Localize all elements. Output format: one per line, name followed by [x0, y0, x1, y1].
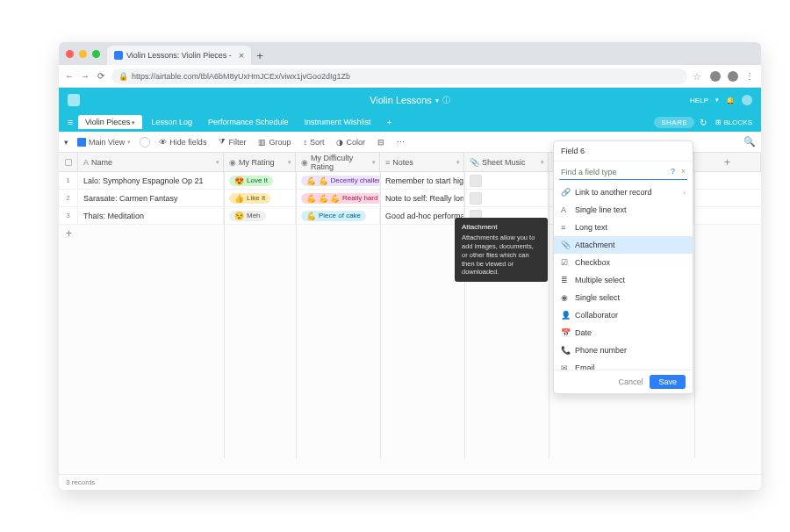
cell-difficulty[interactable]: 💪Piece of cake: [296, 207, 380, 224]
cell-rating[interactable]: 👍Like It: [224, 190, 296, 206]
field-type-icon: ✉: [561, 363, 570, 370]
column-sheet-music[interactable]: 📎Sheet Music▾: [464, 153, 549, 171]
bell-icon[interactable]: 🔔: [726, 97, 735, 104]
add-table-button[interactable]: ＋: [380, 114, 399, 131]
base-title[interactable]: Violin Lessons ▾ ⓘ: [370, 95, 450, 106]
field-type-option[interactable]: ≡Long text: [554, 219, 693, 236]
view-switcher[interactable]: Main View▾: [74, 136, 134, 148]
blocks-button[interactable]: ⊞ BLOCKS: [712, 117, 756, 128]
field-type-option[interactable]: ✉Email: [554, 359, 693, 370]
field-type-option[interactable]: 📞Phone number: [554, 341, 693, 359]
filter-icon: ⧩: [219, 137, 226, 147]
column-my-rating[interactable]: ◉My Rating▾: [224, 153, 296, 171]
save-button[interactable]: Save: [650, 375, 686, 389]
group-button[interactable]: ▥Group: [255, 136, 294, 148]
reload-icon[interactable]: ⟳: [96, 71, 106, 81]
chevron-down-icon[interactable]: ▾: [541, 159, 544, 166]
row-height-button[interactable]: ⊟: [374, 136, 388, 148]
field-type-icon: 📅: [561, 328, 570, 337]
hide-fields-button[interactable]: 👁Hide fields: [155, 136, 210, 148]
grid-icon: [77, 138, 86, 147]
cell-rating[interactable]: 😍Love It: [224, 172, 296, 189]
history-icon[interactable]: ↻: [696, 118, 710, 127]
airtable-logo-icon[interactable]: [68, 94, 80, 106]
color-button[interactable]: ◑Color: [333, 136, 369, 148]
field-type-icon: ◉: [561, 293, 570, 302]
cell-difficulty[interactable]: 💪 💪 💪Really hard: [296, 190, 380, 206]
profile-icon[interactable]: [728, 71, 738, 82]
tab-violin-pieces[interactable]: Violin Pieces▾: [78, 115, 142, 129]
new-tab-button[interactable]: +: [256, 49, 263, 62]
back-icon[interactable]: ←: [64, 71, 75, 81]
bookmark-icon[interactable]: ☆: [693, 71, 703, 82]
field-type-option[interactable]: ASingle line text: [554, 201, 693, 219]
field-type-option[interactable]: ☑Checkbox: [554, 254, 693, 271]
field-type-option[interactable]: ◉Single select: [554, 289, 693, 306]
avatar[interactable]: [742, 95, 752, 105]
row-number[interactable]: 2: [59, 190, 78, 206]
help-button[interactable]: HELP: [690, 97, 708, 104]
cancel-button[interactable]: Cancel: [618, 377, 643, 386]
filter-button[interactable]: ⧩Filter: [215, 135, 249, 148]
tab-lesson-log[interactable]: Lesson Log: [144, 115, 199, 129]
menu-icon[interactable]: ⋮: [745, 71, 756, 82]
cell-sheet[interactable]: [464, 190, 549, 206]
field-type-label: Single line text: [575, 205, 627, 214]
cell-notes[interactable]: Remember to start high e…: [380, 172, 464, 189]
window-controls[interactable]: [66, 50, 100, 58]
extension-icon[interactable]: [710, 71, 721, 82]
field-type-option[interactable]: 📅Date: [554, 324, 693, 341]
cell-notes[interactable]: Note to self: Really long p…: [380, 190, 464, 206]
app-header: Violin Lessons ▾ ⓘ HELP ▾ 🔔: [59, 88, 761, 112]
select-all-checkbox[interactable]: [59, 153, 78, 171]
column-difficulty[interactable]: ◉My Difficulty Rating▾: [296, 153, 380, 171]
field-type-option[interactable]: 📎Attachment: [554, 236, 693, 254]
cell-sheet[interactable]: [464, 172, 549, 189]
help-icon[interactable]: ?: [671, 167, 675, 176]
field-name-input[interactable]: Field 6: [554, 141, 693, 162]
cell-name[interactable]: Sarasate: Carmen Fantasy: [78, 190, 224, 206]
attachment-thumb-icon: [470, 192, 482, 205]
cell-notes[interactable]: Good ad-hoc performanc…: [380, 207, 464, 224]
cell-name[interactable]: Lalo: Symphony Espagnole Op 21: [78, 172, 224, 189]
tab-performance-schedule[interactable]: Performance Schedule: [201, 115, 296, 129]
cell-rating[interactable]: 😒Meh: [224, 207, 296, 224]
field-type-icon: ☑: [561, 258, 570, 267]
clear-icon[interactable]: ×: [681, 167, 686, 176]
sort-button[interactable]: ↕Sort: [299, 136, 327, 148]
chevron-down-icon[interactable]: ▾: [372, 159, 376, 166]
field-type-option[interactable]: 🔗Link to another record›: [554, 183, 693, 201]
eye-off-icon: 👁: [159, 138, 167, 147]
cell-difficulty[interactable]: 💪 💪Decently challen…: [296, 172, 380, 189]
info-icon[interactable]: ⓘ: [442, 95, 450, 106]
close-icon[interactable]: ×: [239, 50, 244, 61]
chevron-down-icon[interactable]: ▾: [456, 159, 460, 166]
lock-icon: 🔒: [118, 72, 128, 81]
url-field[interactable]: 🔒 https://airtable.com/tblA6bM8yUxHmJCEx…: [111, 68, 687, 84]
search-icon[interactable]: 🔍: [743, 136, 756, 147]
row-number[interactable]: 3: [59, 207, 78, 224]
field-type-option[interactable]: 👤Collaborator: [554, 306, 693, 324]
share-button[interactable]: SHARE: [654, 117, 694, 128]
row-number[interactable]: 1: [59, 172, 78, 189]
field-type-option[interactable]: ≣Multiple select: [554, 271, 693, 289]
chevron-down-icon[interactable]: ▾: [216, 159, 219, 166]
chevron-down-icon[interactable]: ▾: [288, 159, 291, 166]
field-type-search[interactable]: [559, 165, 687, 180]
add-field-button[interactable]: +: [694, 153, 761, 171]
tab-instrument-wishlist[interactable]: Instrument Wishlist: [297, 115, 377, 129]
field-type-label: Date: [575, 328, 592, 337]
views-sidebar-toggle[interactable]: ▾: [64, 138, 68, 147]
hamburger-icon[interactable]: ≡: [64, 117, 76, 127]
browser-tab[interactable]: Violin Lessons: Violin Pieces - ×: [107, 46, 251, 65]
column-notes[interactable]: ≡Notes▾: [380, 153, 464, 171]
record-count: 3 records: [66, 478, 95, 486]
forward-icon[interactable]: →: [80, 71, 90, 81]
cell-name[interactable]: Thaïs: Meditation: [78, 207, 224, 224]
column-name[interactable]: AName▾: [78, 153, 224, 171]
address-bar: ← → ⟳ 🔒 https://airtable.com/tblA6bM8yUx…: [59, 65, 761, 88]
tooltip-body: Attachments allow you to add images, doc…: [462, 234, 541, 277]
url-text: https://airtable.com/tblA6bM8yUxHmJCEx/v…: [132, 72, 350, 81]
collaborators-icon[interactable]: [140, 137, 150, 147]
more-button[interactable]: ⋯: [393, 136, 408, 148]
